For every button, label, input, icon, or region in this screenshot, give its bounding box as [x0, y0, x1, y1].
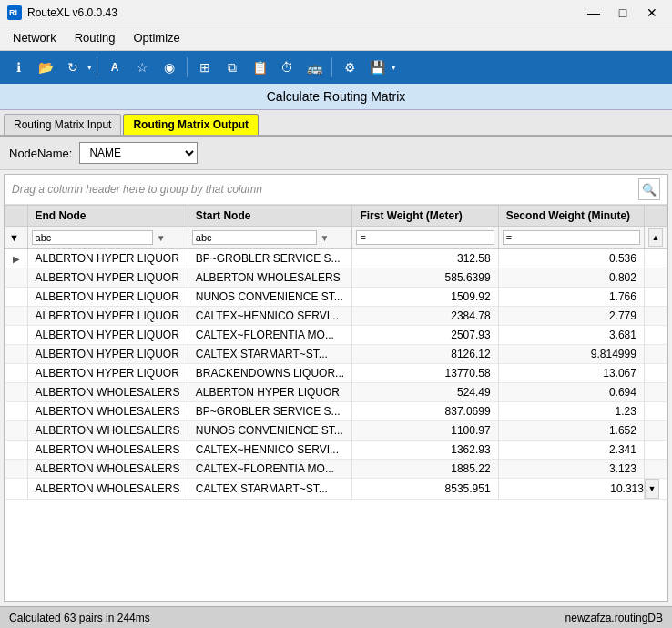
- row-end-node: ALBERTON WHOLESALERS: [27, 402, 188, 421]
- row-second-weight: 2.779: [498, 307, 644, 326]
- search-button[interactable]: 🔍: [638, 178, 660, 200]
- bus-button[interactable]: 🚌: [301, 55, 327, 80]
- row-second-weight: 1.23: [498, 402, 644, 421]
- star-button[interactable]: ☆: [129, 55, 155, 80]
- row-first-weight: 1100.97: [352, 421, 498, 441]
- grid-button[interactable]: ⊞: [192, 55, 218, 80]
- row-expand: [5, 441, 28, 460]
- filter-start-node-cell: ▼: [188, 227, 352, 249]
- row-start-node: CALTEX~HENNICO SERVI...: [188, 307, 352, 326]
- node-name-select[interactable]: NAME ID CODE: [79, 142, 198, 164]
- row-first-weight: 1509.92: [352, 288, 498, 307]
- row-end-node: ALBERTON HYPER LIQUOR: [27, 268, 188, 288]
- tabs-bar: Routing Matrix Input Routing Matrix Outp…: [0, 110, 672, 137]
- table-row: ALBERTON WHOLESALERSALBERTON HYPER LIQUO…: [5, 383, 667, 402]
- text-button[interactable]: A: [102, 55, 127, 80]
- row-first-weight: 837.0699: [352, 402, 498, 421]
- row-start-node: ALBERTON WHOLESALERS: [188, 268, 352, 288]
- filter-end-node-cell: ▼: [27, 227, 188, 249]
- row-end-node: ALBERTON WHOLESALERS: [27, 383, 188, 402]
- row-scroll: [644, 307, 667, 326]
- open-button[interactable]: 📂: [33, 55, 58, 80]
- window-controls: — □ ✕: [581, 4, 665, 22]
- table-row: ALBERTON WHOLESALERSCALTEX~HENNICO SERVI…: [5, 441, 667, 460]
- table-row: ALBERTON WHOLESALERSCALTEX~FLORENTIA MO.…: [5, 460, 667, 479]
- tab-output[interactable]: Routing Matrix Output: [123, 114, 259, 135]
- menu-network[interactable]: Network: [4, 28, 66, 47]
- filter-scroll: ▲: [644, 227, 667, 249]
- app-icon: RL: [7, 5, 22, 20]
- refresh-button[interactable]: ↻: [60, 55, 86, 80]
- row-first-weight: 1362.93: [352, 441, 498, 460]
- row-first-weight: 312.58: [352, 249, 498, 268]
- row-scroll: [644, 383, 667, 402]
- row-second-weight: 1.652: [498, 421, 644, 441]
- col-second-weight[interactable]: Second Weight (Minute): [498, 206, 644, 227]
- table-row: ALBERTON HYPER LIQUORALBERTON WHOLESALER…: [5, 268, 667, 288]
- row-first-weight: 13770.58: [352, 364, 498, 383]
- filter-first-weight-cell: [352, 227, 498, 249]
- row-scroll: [644, 402, 667, 421]
- col-start-node[interactable]: Start Node: [188, 206, 352, 227]
- circle-button[interactable]: ◉: [157, 55, 182, 80]
- table-row: ALBERTON HYPER LIQUORCALTEX~HENNICO SERV…: [5, 307, 667, 326]
- clipboard-button[interactable]: 📋: [247, 55, 272, 80]
- main-content: Drag a column header here to group by th…: [4, 174, 668, 602]
- row-expand: [5, 402, 28, 421]
- row-expand: [5, 421, 28, 441]
- row-end-node: ALBERTON WHOLESALERS: [27, 421, 188, 441]
- col-end-node[interactable]: End Node: [27, 206, 188, 227]
- col-first-weight[interactable]: First Weight (Meter): [352, 206, 498, 227]
- row-expand[interactable]: ▶: [5, 249, 28, 268]
- group-hint: Drag a column header here to group by th…: [12, 183, 262, 196]
- info-button[interactable]: ℹ: [5, 55, 31, 80]
- menu-optimize[interactable]: Optimize: [125, 28, 189, 47]
- close-button[interactable]: ✕: [639, 4, 665, 22]
- filter-second-weight-cell: [498, 227, 644, 249]
- row-expand: [5, 307, 28, 326]
- table-container[interactable]: End Node Start Node First Weight (Meter)…: [5, 205, 667, 601]
- maximize-button[interactable]: □: [610, 4, 636, 22]
- filter-first-weight[interactable]: [356, 230, 494, 245]
- row-second-weight: 0.802: [498, 268, 644, 288]
- routing-table: End Node Start Node First Weight (Meter)…: [5, 205, 667, 500]
- filter-second-weight[interactable]: [503, 230, 640, 245]
- refresh-dropdown[interactable]: ▾: [87, 63, 92, 72]
- row-first-weight: 8535.951: [352, 479, 498, 500]
- toolbar-sep-3: [331, 57, 332, 77]
- clock-button[interactable]: ⏱: [274, 55, 300, 80]
- row-expand: [5, 460, 28, 479]
- row-expand: [5, 268, 28, 288]
- row-scroll: [644, 345, 667, 364]
- row-start-node: BP~GROBLER SERVICE S...: [188, 249, 352, 268]
- status-bar: Calculated 63 pairs in 244ms newzafza.ro…: [0, 606, 672, 628]
- row-start-node: NUNOS CONVENIENCE ST...: [188, 421, 352, 441]
- filter-start-node[interactable]: [192, 230, 317, 245]
- row-end-node: ALBERTON HYPER LIQUOR: [27, 288, 188, 307]
- filter-end-node[interactable]: [32, 230, 154, 245]
- row-end-node: ALBERTON HYPER LIQUOR: [27, 307, 188, 326]
- row-first-weight: 2507.93: [352, 326, 498, 345]
- menu-bar: Network Routing Optimize: [0, 25, 672, 51]
- toolbar: ℹ 📂 ↻ ▾ A ☆ ◉ ⊞ ⧉ 📋 ⏱ 🚌 ⚙ 💾 ▾: [0, 51, 672, 84]
- app-title: RouteXL v6.0.0.43: [27, 6, 117, 19]
- copy-button[interactable]: ⧉: [219, 55, 245, 80]
- row-end-node: ALBERTON HYPER LIQUOR: [27, 345, 188, 364]
- tab-input[interactable]: Routing Matrix Input: [4, 114, 121, 135]
- filter-start-node-icon: ▼: [320, 233, 329, 243]
- save-dropdown[interactable]: ▾: [392, 63, 396, 72]
- settings-button[interactable]: ⚙: [337, 55, 362, 80]
- save-button[interactable]: 💾: [364, 55, 390, 80]
- table-row: ALBERTON HYPER LIQUORBRACKENDOWNS LIQUOR…: [5, 364, 667, 383]
- filter-end-node-icon: ▼: [157, 233, 166, 243]
- row-scroll: [644, 268, 667, 288]
- row-start-node: BRACKENDOWNS LIQUOR...: [188, 364, 352, 383]
- table-body: ▶ALBERTON HYPER LIQUORBP~GROBLER SERVICE…: [5, 249, 667, 500]
- menu-routing[interactable]: Routing: [66, 28, 125, 47]
- row-second-weight: 10.313: [498, 479, 644, 500]
- row-expand: [5, 383, 28, 402]
- title-bar: RL RouteXL v6.0.0.43 — □ ✕: [0, 0, 672, 25]
- minimize-button[interactable]: —: [581, 4, 606, 22]
- row-start-node: CALTEX~FLORENTIA MO...: [188, 326, 352, 345]
- row-second-weight: 2.341: [498, 441, 644, 460]
